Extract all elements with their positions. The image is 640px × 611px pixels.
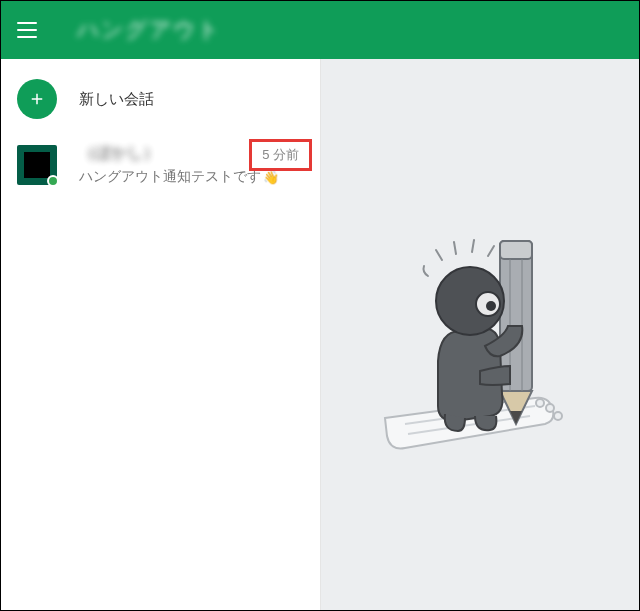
conversation-timestamp: 5 分前 <box>249 139 312 171</box>
presence-indicator-icon <box>47 175 59 187</box>
plus-icon <box>17 79 57 119</box>
app-title: ハングアウト <box>77 15 221 45</box>
svg-line-15 <box>488 246 494 256</box>
svg-point-3 <box>546 404 554 412</box>
svg-rect-6 <box>500 241 532 259</box>
avatar <box>17 145 57 185</box>
svg-line-14 <box>472 240 474 252</box>
empty-state-illustration-icon <box>350 206 610 466</box>
conversation-item[interactable]: （ぼかし） ハングアウト通知テストです 👋 5 分前 <box>1 137 320 196</box>
svg-point-2 <box>536 399 544 407</box>
conversation-list-pane: 新しい会話 （ぼかし） ハングアウト通知テストです 👋 5 分前 <box>1 59 321 611</box>
new-conversation-button[interactable]: 新しい会話 <box>1 59 320 137</box>
main-body: 新しい会話 （ぼかし） ハングアウト通知テストです 👋 5 分前 <box>1 59 639 611</box>
svg-line-12 <box>436 250 442 260</box>
new-conversation-label: 新しい会話 <box>79 90 154 109</box>
empty-state-pane <box>321 59 639 611</box>
wave-emoji-icon: 👋 <box>263 170 279 185</box>
svg-line-13 <box>454 242 456 254</box>
svg-point-11 <box>486 301 496 311</box>
svg-point-4 <box>554 412 562 420</box>
menu-icon[interactable] <box>17 16 45 44</box>
app-header: ハングアウト <box>1 1 639 59</box>
